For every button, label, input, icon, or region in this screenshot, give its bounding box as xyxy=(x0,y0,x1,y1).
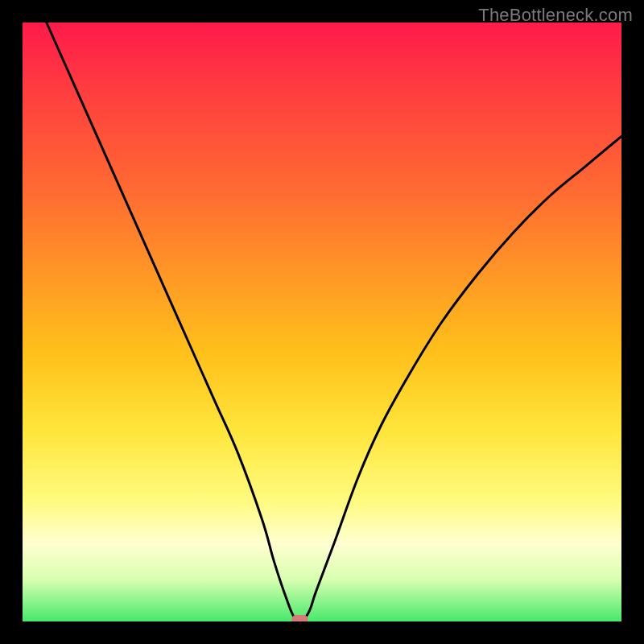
chart-frame: TheBottleneck.com xyxy=(0,0,644,644)
curve-svg xyxy=(23,23,621,621)
bottleneck-curve xyxy=(47,23,621,621)
minimum-marker xyxy=(291,615,308,621)
plot-area xyxy=(23,23,621,621)
